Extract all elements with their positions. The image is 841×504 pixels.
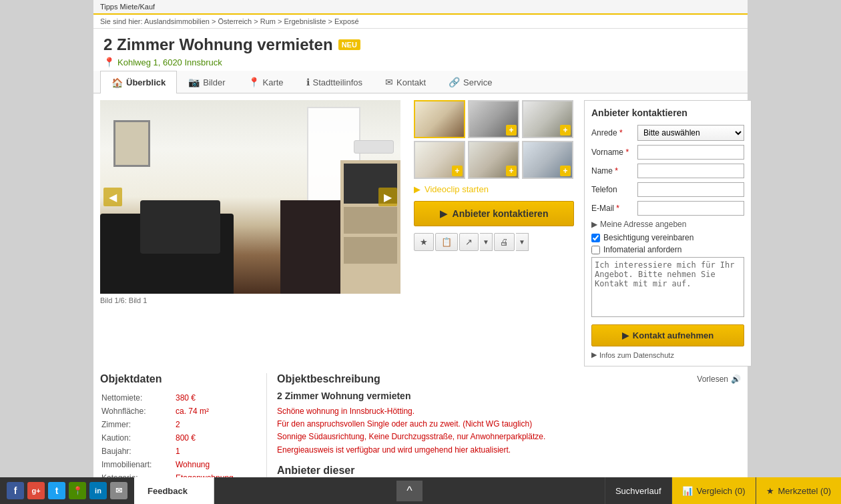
message-textarea[interactable]: Ich interessiere mich für Ihr Angebot. B…	[591, 257, 744, 317]
desc-subtitle: 2 Zimmer Wohnung vermieten	[277, 391, 741, 401]
zimmer-value: 2	[170, 419, 255, 431]
copy-button[interactable]: 📋	[435, 233, 458, 251]
suchverlauf-button[interactable]: Suchverlauf	[605, 477, 671, 504]
desc-para-3: Sonnige Südausrichtung, Keine Durchzugss…	[277, 432, 545, 441]
anrede-select[interactable]: Bitte auswählen Herr Frau	[637, 125, 744, 141]
listing-header: 2 Zimmer Wohnung vermieten NEU 📍 Kohlweg…	[93, 29, 748, 71]
vorname-label: Vorname *	[591, 148, 635, 157]
infomaterial-row: Infomaterial anfordern	[591, 245, 744, 254]
scroll-up-button[interactable]: ^	[396, 481, 422, 501]
desc-text: Schöne wohnung in Innsbruck-Hötting. Für…	[277, 405, 741, 457]
tab-service-label: Service	[463, 77, 492, 87]
breadcrumb-ergebnisliste[interactable]: Ergebnisliste	[284, 17, 326, 25]
bookmark-button[interactable]: ★	[414, 233, 434, 251]
tab-bilder[interactable]: 📷 Bilder	[177, 71, 236, 93]
contact-main-button[interactable]: ▶ Anbieter kontaktieren	[414, 201, 574, 226]
tab-kontakt-label: Kontakt	[396, 77, 426, 87]
desc-para-2: Für den anspruchsvollen Single oder auch…	[277, 419, 532, 429]
tab-service[interactable]: 🔗 Service	[437, 71, 503, 93]
contact-btn-label: Anbieter kontaktieren	[453, 208, 549, 219]
linkedin-icon[interactable]: in	[89, 482, 107, 499]
table-row: Kaution: 800 €	[101, 432, 255, 444]
objekt-desc-title: Objektbeschreibung	[277, 373, 380, 385]
anrede-label: Anrede *	[591, 128, 635, 138]
email-input[interactable]	[637, 201, 744, 216]
thumbnail-5[interactable]: +	[468, 141, 519, 179]
thumb-plus-icon: +	[506, 166, 517, 176]
thumbnail-2[interactable]: +	[468, 100, 519, 138]
thumbnail-4[interactable]: +	[414, 141, 465, 179]
submit-arrow-icon: ▶	[622, 330, 629, 340]
tab-karte[interactable]: 📍 Karte	[237, 71, 295, 93]
twitter-icon[interactable]: t	[48, 482, 65, 499]
submit-label: Kontakt aufnehmen	[633, 330, 714, 340]
video-button[interactable]: ▶ Videoclip starten	[414, 184, 574, 194]
camera-icon: 📷	[188, 77, 200, 87]
print-dropdown-button[interactable]: ▼	[516, 233, 529, 251]
breadcrumb-osterreich[interactable]: Österreich	[218, 17, 252, 25]
tab-stadtteilinfos[interactable]: ℹ Stadtteilinfos	[295, 71, 374, 93]
table-row: Baujahr: 1	[101, 445, 255, 457]
telefon-input[interactable]	[637, 182, 744, 197]
contact-form-title: Anbieter kontaktieren	[591, 107, 744, 118]
vorname-input[interactable]	[637, 145, 744, 160]
address-text: Kohlweg 1, 6020 Innsbruck	[117, 57, 222, 67]
merkzettel-button[interactable]: ★ Merkzettel (0)	[756, 477, 841, 504]
kaution-value: 800 €	[170, 432, 255, 444]
bottom-right-actions: Suchverlauf 📊 Vergleich (0) ★ Merkzettel…	[605, 477, 841, 504]
gallery-prev-button[interactable]: ◀	[103, 188, 122, 206]
tab-bilder-label: Bilder	[203, 77, 225, 87]
print-button[interactable]: 🖨	[494, 233, 515, 251]
facebook-icon[interactable]: f	[7, 482, 24, 499]
name-input[interactable]	[637, 164, 744, 178]
googleplus-icon[interactable]: g+	[27, 482, 45, 499]
listing-title-row: 2 Zimmer Wohnung vermieten NEU	[103, 35, 738, 54]
contact-submit-button[interactable]: ▶ Kontakt aufnehmen	[591, 324, 744, 346]
besichtigung-checkbox[interactable]	[591, 234, 600, 242]
feedback-section[interactable]: Feedback	[134, 477, 214, 504]
address-link[interactable]: ▶ Meine Adresse angeben	[591, 220, 744, 229]
infomaterial-label: Infomaterial anfordern	[603, 245, 681, 254]
chevron-right-icon: ▶	[591, 220, 597, 229]
thumbnail-3[interactable]: +	[522, 100, 573, 138]
star-icon: ★	[420, 237, 428, 247]
vergleich-label: Vergleich (0)	[697, 486, 746, 496]
desc-para-1: Schöne wohnung in Innsbruck-Hötting.	[277, 407, 414, 416]
address-link-label: Meine Adresse angeben	[600, 220, 686, 229]
breadcrumb-auslandsimmobilien[interactable]: Auslandsimmobilien	[144, 17, 210, 25]
print-icon: 🖨	[500, 237, 509, 247]
infomaterial-checkbox[interactable]	[591, 246, 600, 254]
hier-link[interactable]: hier	[455, 445, 468, 455]
breadcrumb-rum[interactable]: Rum	[260, 17, 276, 25]
vorlesen-button[interactable]: Vorlesen 🔊	[697, 374, 741, 384]
contact-form-panel: Anbieter kontaktieren Anrede * Bitte aus…	[584, 100, 752, 366]
nettomiete-value: 380 €	[170, 392, 255, 404]
baujahr-label: Baujahr:	[101, 445, 169, 457]
vergleich-button[interactable]: 📊 Vergleich (0)	[671, 477, 756, 504]
kaution-label: Kaution:	[101, 432, 169, 444]
privacy-link[interactable]: ▶ Infos zum Datenschutz	[591, 350, 744, 359]
thumbnails-grid: + + + +	[414, 100, 574, 179]
contact-arrow-icon: ▶	[440, 208, 447, 219]
video-label: Videoclip starten	[425, 184, 489, 194]
thumbnail-1[interactable]	[414, 100, 465, 138]
gallery-next-button[interactable]: ▶	[378, 188, 397, 206]
vorname-row: Vorname *	[591, 145, 744, 160]
share-dropdown-button[interactable]: ▼	[480, 233, 493, 251]
top-bar: Tipps Miete/Kauf	[93, 0, 748, 15]
share-button[interactable]: ↗	[459, 233, 479, 251]
objekt-desc-header: Objektbeschreibung Vorlesen 🔊	[277, 373, 741, 385]
email-icon[interactable]: ✉	[110, 482, 127, 499]
immobilienart-value: Wohnung	[170, 459, 255, 471]
tab-karte-label: Karte	[263, 77, 284, 87]
bottom-social: f g+ t 📍 in ✉	[0, 477, 134, 504]
tipps-link[interactable]: Tipps Miete/Kauf	[100, 3, 155, 11]
table-row: Nettomiete: 380 €	[101, 392, 255, 404]
maps-icon[interactable]: 📍	[69, 482, 86, 499]
suchverlauf-label: Suchverlauf	[615, 486, 661, 496]
tab-kontakt[interactable]: ✉ Kontakt	[374, 71, 437, 93]
thumb-plus-icon: +	[452, 166, 463, 176]
table-row: Immobilienart: Wohnung	[101, 459, 255, 471]
thumbnail-6[interactable]: +	[522, 141, 573, 179]
tab-ueberblick[interactable]: 🏠 Überblick	[100, 71, 177, 93]
